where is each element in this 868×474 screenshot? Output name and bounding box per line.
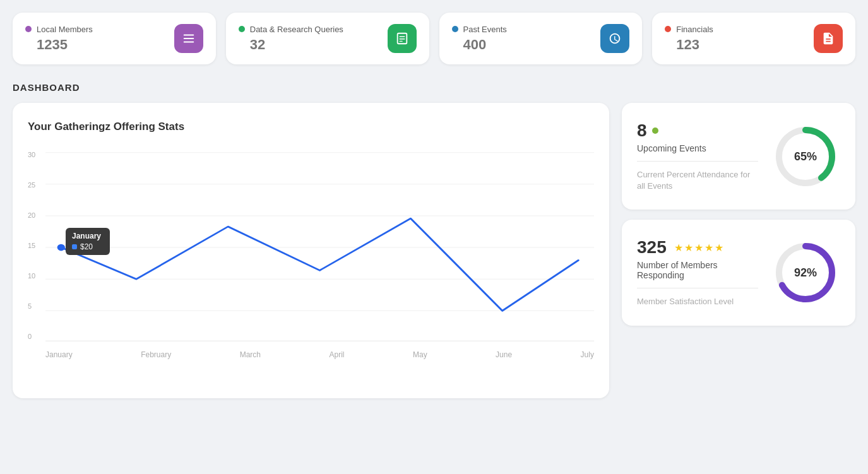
stat-card-title-row: Financials: [665, 25, 713, 34]
y-label-30: 30: [28, 151, 35, 158]
upcoming-events-number: 8: [637, 121, 647, 141]
member-satisfaction-percent: 92%: [794, 266, 817, 279]
main-content: Your Gatheringz Offering Stats 30 25 20 …: [13, 103, 855, 398]
stat-card-past-events[interactable]: Past Events 400: [439, 13, 643, 64]
upcoming-events-info: 8 Upcoming Events Current Percent Attend…: [637, 121, 758, 192]
x-label-feb: February: [141, 350, 171, 359]
star-4: ★: [705, 242, 713, 254]
member-satisfaction-number: 325: [637, 237, 667, 258]
stat-card-local-members[interactable]: Local Members 1235: [13, 13, 216, 64]
chart-y-labels: 30 25 20 15 10 5 0: [28, 151, 35, 340]
stat-card-title-row: Past Events: [452, 25, 507, 34]
stat-cards-row: Local Members 1235 Data & Research Queri…: [13, 13, 855, 64]
member-satisfaction-num-row: 325 ★ ★ ★ ★ ★: [637, 237, 758, 258]
data-research-icon: [388, 24, 417, 53]
chart-dot-jan: [57, 244, 65, 251]
x-label-jun: June: [496, 350, 512, 359]
upcoming-events-percent: 65%: [794, 150, 817, 163]
y-label-5: 5: [28, 302, 35, 310]
member-satisfaction-label: Number of Members Responding: [637, 260, 758, 280]
local-members-title: Local Members: [37, 25, 93, 34]
upcoming-events-card: 8 Upcoming Events Current Percent Attend…: [622, 103, 855, 210]
star-3: ★: [694, 242, 703, 254]
x-label-apr: April: [329, 350, 344, 359]
x-label-mar: March: [240, 350, 261, 359]
y-label-10: 10: [28, 272, 35, 280]
star-5: ★: [715, 242, 723, 254]
line-chart-svg: [45, 146, 594, 348]
upcoming-events-dot: [652, 127, 658, 134]
chart-title: Your Gatheringz Offering Stats: [28, 121, 594, 133]
stat-card-title-row: Data & Research Queries: [239, 25, 343, 34]
chart-x-labels: January February March April May June Ju…: [45, 350, 594, 359]
member-satisfaction-donut: 92%: [771, 238, 840, 307]
financials-title: Financials: [676, 25, 713, 34]
stat-card-left: Past Events 400: [452, 25, 507, 53]
chart-card: Your Gatheringz Offering Stats 30 25 20 …: [13, 103, 609, 398]
upcoming-events-sublabel: Current Percent Attendance for all Event…: [637, 169, 758, 192]
past-events-title: Past Events: [463, 25, 507, 34]
member-satisfaction-divider: [637, 288, 758, 288]
star-2: ★: [684, 242, 693, 254]
data-research-title: Data & Research Queries: [250, 25, 343, 34]
x-label-jan: January: [45, 350, 73, 359]
svg-rect-5: [399, 39, 405, 39]
past-events-dot: [452, 26, 458, 32]
chart-area: 30 25 20 15 10 5 0: [28, 146, 594, 386]
x-label-jul: July: [581, 350, 594, 359]
y-label-25: 25: [28, 181, 35, 189]
member-satisfaction-card: 325 ★ ★ ★ ★ ★ Number of Members Respondi…: [622, 220, 855, 325]
financials-value: 123: [676, 37, 713, 53]
member-satisfaction-sublabel: Member Satisfaction Level: [637, 296, 758, 307]
upcoming-events-donut: 65%: [771, 122, 840, 191]
local-members-icon: [174, 24, 203, 53]
svg-rect-6: [399, 41, 403, 42]
stars: ★ ★ ★ ★ ★: [674, 242, 723, 254]
y-label-20: 20: [28, 211, 35, 219]
past-events-value: 400: [463, 37, 507, 53]
y-label-15: 15: [28, 242, 35, 249]
svg-rect-2: [184, 42, 194, 43]
data-research-value: 32: [250, 37, 343, 53]
upcoming-events-label: Upcoming Events: [637, 143, 758, 153]
local-members-dot: [25, 26, 32, 32]
member-satisfaction-info: 325 ★ ★ ★ ★ ★ Number of Members Respondi…: [637, 237, 758, 307]
dashboard-title: DASHBOARD: [13, 82, 855, 93]
svg-rect-0: [184, 35, 194, 36]
upcoming-events-divider: [637, 161, 758, 162]
local-members-value: 1235: [37, 37, 93, 53]
stat-card-left: Local Members 1235: [25, 25, 93, 53]
financials-icon: [814, 24, 843, 53]
data-research-dot: [239, 26, 245, 32]
upcoming-events-num-row: 8: [637, 121, 758, 141]
svg-rect-4: [399, 36, 405, 37]
right-cards: 8 Upcoming Events Current Percent Attend…: [622, 103, 855, 326]
star-1: ★: [674, 242, 683, 254]
stat-card-data-research[interactable]: Data & Research Queries 32: [226, 13, 429, 64]
stat-card-title-row: Local Members: [25, 25, 93, 34]
financials-dot: [665, 26, 671, 32]
past-events-icon: [600, 24, 629, 53]
stat-card-left: Financials 123: [665, 25, 713, 53]
stat-card-financials[interactable]: Financials 123: [652, 13, 855, 64]
y-label-0: 0: [28, 333, 35, 340]
stat-card-left: Data & Research Queries 32: [239, 25, 343, 53]
x-label-may: May: [413, 350, 427, 359]
svg-rect-1: [184, 38, 194, 39]
